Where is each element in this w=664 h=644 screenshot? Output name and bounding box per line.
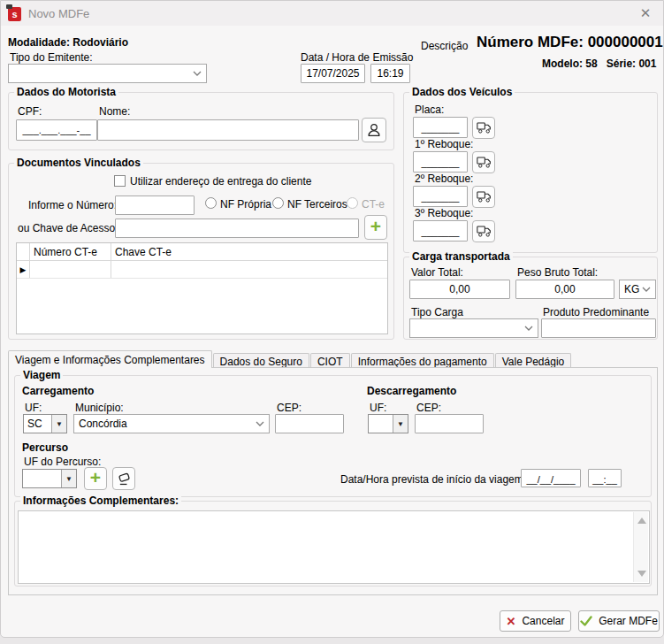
modelo-serie: Modelo: 58 Série: 001 [542, 58, 656, 70]
valor-total-label: Valor Total: [411, 266, 463, 279]
tipo-carga-label: Tipo Carga [411, 306, 463, 318]
hora-emissao-field[interactable]: 16:19 [370, 64, 410, 83]
placa-field[interactable]: _______ [413, 117, 468, 138]
percurso-title: Percurso [22, 441, 68, 454]
produto-predominante-field[interactable] [541, 318, 656, 338]
buscar-reboque2-button[interactable] [472, 186, 495, 208]
cte-grid[interactable]: Número CT-e Chave CT-e ▶ [16, 242, 388, 334]
numero-mdfe-value: 000000001 [588, 34, 663, 50]
grid-selector-column [17, 243, 30, 260]
nf-propria-label: NF Própria [220, 198, 271, 211]
cpf-label: CPF: [18, 105, 42, 118]
buscar-motorista-button[interactable] [362, 118, 386, 142]
cte-grid-header: Número CT-e Chave CT-e [17, 243, 387, 261]
person-icon [366, 122, 382, 138]
carregamento-title: Carregamento [22, 385, 94, 397]
group-dados-motorista-title: Dados do Motorista [14, 86, 118, 98]
truck-icon [477, 157, 492, 168]
group-informacoes-complementares: Informações Complementares: [14, 501, 652, 586]
data-emissao-field[interactable]: 17/07/2025 [301, 64, 365, 83]
percurso-uf-value [23, 470, 61, 487]
descarregamento-uf-select[interactable]: ▼ [368, 414, 408, 433]
reboque1-field[interactable]: _______ [413, 151, 468, 172]
hora-prevista-field[interactable]: __:__ [588, 469, 622, 487]
limpar-percurso-button[interactable] [112, 467, 135, 490]
tipo-carga-select[interactable] [409, 318, 538, 338]
nf-propria-radio[interactable] [205, 197, 217, 209]
nome-field[interactable] [97, 119, 359, 141]
tab-vale-pedagio[interactable]: Vale Pedágio [495, 353, 572, 368]
tab-dados-seguro[interactable]: Dados do Seguro [213, 353, 309, 368]
modalidade-label: Modalidade: Rodoviário [8, 36, 128, 49]
tab-viagem-informacoes[interactable]: Viagem e Informações Complementares [8, 350, 212, 368]
reboque2-field[interactable]: _______ [413, 186, 468, 207]
tipo-emitente-label: Tipo do Emitente: [10, 51, 93, 64]
buscar-reboque3-button[interactable] [472, 220, 495, 242]
truck-icon [477, 191, 492, 203]
informe-numero-label: Informe o Número: [28, 199, 117, 211]
data-prevista-label: Data/Hora prevista de início da viagem: [340, 473, 526, 486]
row-selector-icon: ▶ [17, 261, 30, 278]
close-icon[interactable]: ✕ [637, 5, 653, 21]
group-documentos-vinculados: Documentos Vinculados Utilizar endereço … [8, 163, 394, 340]
carregamento-cep-field[interactable] [275, 414, 344, 433]
nf-terceiros-radio[interactable] [272, 197, 284, 209]
adicionar-documento-button[interactable]: + [364, 215, 387, 240]
peso-bruto-label: Peso Bruto Total: [517, 266, 598, 279]
cancel-button-label: Cancelar [522, 615, 564, 627]
group-viagem-title: Viagem [20, 369, 63, 381]
chave-acesso-field[interactable] [115, 218, 359, 238]
reboque3-label: 3º Reboque: [415, 207, 473, 219]
carregamento-uf-select[interactable]: SC ▼ [23, 414, 67, 433]
table-row[interactable]: ▶ [17, 261, 387, 279]
reboque3-field[interactable]: _______ [413, 220, 468, 242]
group-carga-transportada: Carga transportada Valor Total: 0,00 Pes… [403, 257, 658, 340]
unidade-peso-value: KG [624, 283, 639, 295]
serie-label: Série: [607, 58, 636, 70]
title-bar[interactable]: s Novo MDFe ✕ [1, 1, 663, 26]
gerar-mdfe-button[interactable]: Gerar MDFe [578, 610, 660, 632]
percurso-uf-select[interactable]: ▼ [22, 469, 77, 488]
buscar-veiculo-placa-button[interactable] [472, 117, 495, 139]
chave-acesso-label: ou Chave de Acesso: [18, 222, 118, 234]
group-carga-title: Carga transportada [409, 250, 513, 263]
endereco-entrega-checkbox[interactable] [114, 175, 126, 187]
group-veiculos-title: Dados dos Veículos [409, 86, 515, 98]
municipio-label: Município: [75, 402, 124, 414]
municipio-value: Concórdia [79, 418, 253, 430]
unidade-peso-select[interactable]: KG [619, 280, 656, 299]
descarregamento-uf-label: UF: [370, 402, 386, 414]
tipo-emitente-select[interactable] [8, 64, 207, 83]
buscar-reboque1-button[interactable] [472, 151, 495, 173]
chevron-down-icon [642, 287, 651, 293]
truck-icon [477, 226, 492, 237]
descarregamento-cep-field[interactable] [415, 414, 484, 433]
cte-radio [347, 197, 358, 209]
municipio-select[interactable]: Concórdia [73, 414, 270, 433]
informe-numero-field[interactable] [115, 196, 195, 215]
app-icon: s [8, 7, 21, 21]
cpf-field[interactable]: ___.___.___-__ [16, 119, 97, 141]
modelo-value: 58 [585, 58, 597, 70]
informacoes-complementares-textarea[interactable] [18, 510, 650, 584]
data-prevista-field[interactable]: __/__/____ [521, 469, 581, 487]
chevron-down-icon [524, 326, 533, 332]
scroll-up-icon[interactable] [637, 518, 646, 524]
gerar-button-label: Gerar MDFe [599, 615, 658, 627]
cancel-button[interactable]: ✕ Cancelar [500, 610, 571, 632]
cte-label: CT-e [362, 198, 385, 211]
valor-total-field[interactable]: 0,00 [409, 280, 510, 299]
vertical-scrollbar[interactable] [633, 512, 648, 582]
grid-col-numero-cte: Número CT-e [30, 243, 111, 260]
adicionar-uf-percurso-button[interactable]: + [84, 467, 107, 490]
chevron-down-icon [256, 421, 264, 427]
scroll-down-icon[interactable] [637, 571, 646, 577]
tab-informacoes-pagamento[interactable]: Informações do pagamento [351, 353, 494, 368]
truck-icon [477, 122, 492, 134]
dropdown-arrow-icon: ▼ [393, 415, 408, 433]
tab-ciot[interactable]: CIOT [310, 353, 350, 368]
tab-panel-viagem: Viagem Carregamento UF: SC ▼ Município: … [8, 367, 658, 595]
numero-mdfe-label: Número MDFe: [477, 34, 584, 50]
peso-bruto-field[interactable]: 0,00 [515, 280, 614, 299]
group-dados-veiculos: Dados dos Veículos Placa: _______ 1º Reb… [403, 92, 658, 253]
